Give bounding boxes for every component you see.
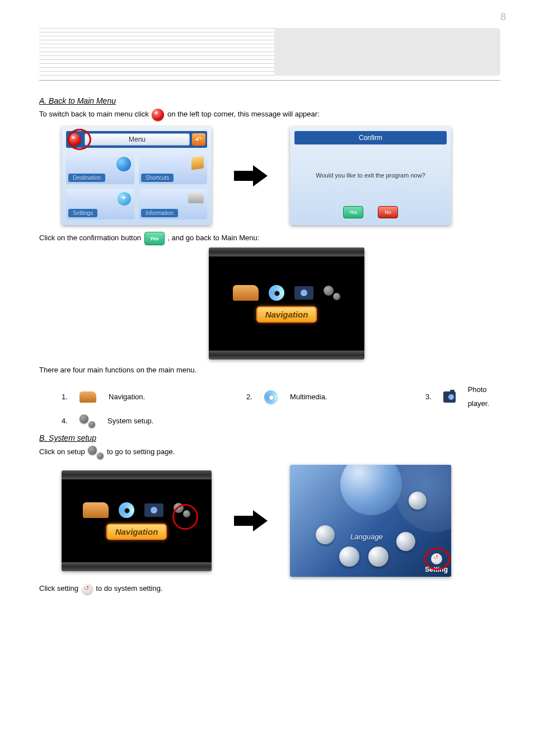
menu-item-destination[interactable]: Destination bbox=[66, 153, 134, 184]
disc-icon bbox=[264, 390, 278, 404]
text-fourfunctions: There are four main functions on the mai… bbox=[39, 365, 500, 375]
confirm-message: Would you like to exit the program now? bbox=[294, 144, 447, 206]
settings-option[interactable] bbox=[368, 547, 388, 567]
menu-titlebar: Menu ↶ bbox=[66, 131, 207, 148]
car-icon bbox=[79, 391, 96, 403]
disc-icon[interactable] bbox=[269, 285, 284, 301]
confirm-title: Confirm bbox=[294, 131, 447, 144]
highlight-circle bbox=[424, 548, 450, 570]
main-functions-list: 1. Navigation. 2. Multimedia. 3. Photo p… bbox=[62, 383, 500, 428]
text-step2: Click on the confirmation button Yes , a… bbox=[39, 232, 500, 245]
navigation-label: Navigation bbox=[106, 524, 167, 540]
confirm-screenshot: Confirm Would you like to exit the progr… bbox=[290, 127, 451, 225]
figure-row-1: Menu ↶ Destination Shortcuts Settings In… bbox=[62, 127, 500, 225]
box-icon bbox=[191, 156, 204, 170]
divider bbox=[39, 80, 500, 81]
mainmenu-screenshot: Navigation bbox=[209, 248, 364, 360]
navigation-label: Navigation bbox=[256, 306, 317, 323]
highlight-circle bbox=[68, 129, 91, 150]
disc-icon[interactable] bbox=[119, 502, 134, 518]
back-icon[interactable]: ↶ bbox=[192, 133, 205, 146]
settings-option[interactable] bbox=[316, 525, 335, 544]
globe-icon bbox=[340, 465, 402, 515]
header-row bbox=[39, 28, 500, 76]
mainmenu-screenshot-highlight: Navigation bbox=[62, 470, 212, 571]
no-button[interactable]: No bbox=[378, 206, 398, 218]
header-box bbox=[274, 28, 500, 76]
settings-option[interactable] bbox=[396, 532, 415, 551]
camera-icon[interactable] bbox=[294, 286, 313, 300]
camera-icon bbox=[443, 391, 456, 403]
text-setup-step1: Click on setup to go to setting page. bbox=[39, 446, 500, 459]
arrow-icon bbox=[234, 510, 268, 532]
car-icon bbox=[188, 192, 204, 203]
menu-title-label: Menu bbox=[85, 133, 190, 146]
gear-icon bbox=[79, 414, 95, 428]
car-icon[interactable] bbox=[83, 502, 109, 518]
menu-item-settings[interactable]: Settings bbox=[66, 189, 134, 220]
return-icon bbox=[82, 584, 93, 595]
figure-row-2: Navigation Language Setting bbox=[62, 465, 500, 577]
settings-option[interactable] bbox=[409, 492, 427, 510]
camera-icon[interactable] bbox=[144, 503, 163, 517]
menu-screenshot: Menu ↶ Destination Shortcuts Settings In… bbox=[62, 127, 212, 225]
globe-icon bbox=[116, 157, 131, 171]
text-step1: To switch back to main menu click on the… bbox=[39, 109, 500, 121]
page-number: 8 bbox=[500, 11, 506, 23]
settings-option[interactable] bbox=[339, 547, 359, 567]
car-icon[interactable] bbox=[233, 285, 259, 301]
menu-item-information[interactable]: Information bbox=[139, 189, 207, 220]
settings-screenshot: Language Setting bbox=[290, 465, 451, 577]
menu-item-shortcuts[interactable]: Shortcuts bbox=[139, 153, 207, 184]
language-label: Language bbox=[350, 533, 383, 541]
gear-icon bbox=[88, 446, 104, 459]
text-setup-step2: Click setting to do system setting. bbox=[39, 584, 500, 595]
arrow-icon bbox=[234, 165, 268, 187]
yes-button[interactable]: Yes bbox=[343, 206, 363, 218]
wrench-icon bbox=[118, 192, 131, 206]
section-title-main-menu: A. Back to Main Menu bbox=[39, 96, 500, 105]
highlight-circle bbox=[172, 504, 198, 530]
ruled-lines bbox=[39, 28, 274, 76]
exit-icon bbox=[152, 109, 164, 121]
gear-icon[interactable] bbox=[324, 286, 340, 300]
yes-icon: Yes bbox=[144, 232, 165, 245]
section-title-setup: B. System setup bbox=[39, 433, 500, 442]
